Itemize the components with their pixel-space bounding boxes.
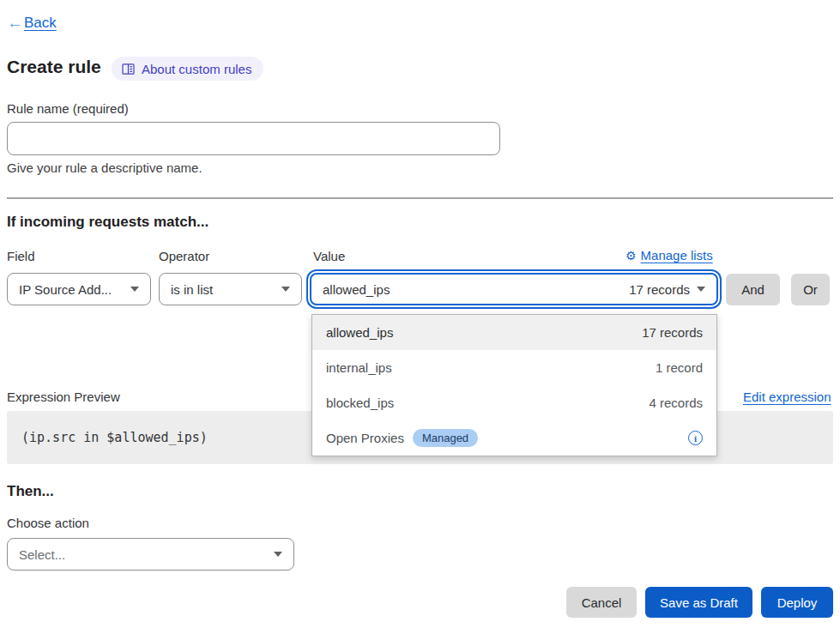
- list-item-name: blocked_ips: [326, 395, 394, 410]
- action-select-placeholder: Select...: [19, 547, 65, 562]
- action-select[interactable]: Select...: [7, 538, 294, 571]
- list-item-name: allowed_ips: [326, 325, 393, 340]
- manage-lists-link[interactable]: ⚙ Manage lists: [625, 248, 713, 263]
- create-rule-page: ←Back Create rule About custom rules Rul…: [0, 0, 840, 634]
- gear-icon: ⚙: [625, 249, 637, 263]
- match-heading: If incoming requests match...: [7, 214, 208, 231]
- then-heading: Then...: [7, 483, 54, 500]
- info-icon[interactable]: i: [688, 431, 703, 445]
- field-select-value: IP Source Add...: [19, 282, 112, 297]
- or-button[interactable]: Or: [791, 274, 830, 305]
- list-item-blocked-ips[interactable]: blocked_ips 4 records: [312, 385, 716, 420]
- footer-actions: Cancel Save as Draft Deploy: [566, 587, 833, 618]
- list-item-internal-ips[interactable]: internal_ips 1 record: [312, 350, 716, 385]
- list-item-open-proxies[interactable]: Open Proxies Managed i: [312, 420, 716, 456]
- list-item-count: 1 record: [656, 360, 703, 375]
- back-arrow-icon: ←: [7, 14, 23, 33]
- book-icon: [122, 63, 135, 75]
- field-select[interactable]: IP Source Add...: [7, 273, 151, 305]
- section-divider: [7, 197, 833, 199]
- value-select-count: 17 records: [629, 282, 690, 297]
- chevron-down-icon: [697, 287, 705, 292]
- list-item-count: 17 records: [642, 325, 703, 340]
- rule-name-label: Rule name (required): [7, 101, 129, 116]
- edit-expression-link[interactable]: Edit expression: [743, 389, 831, 404]
- value-select[interactable]: allowed_ips 17 records: [310, 273, 718, 305]
- operator-label: Operator: [159, 249, 209, 263]
- operator-select[interactable]: is in list: [159, 273, 302, 305]
- value-label: Value: [313, 249, 345, 263]
- back-label: Back: [24, 15, 57, 32]
- choose-action-label: Choose action: [7, 516, 89, 530]
- about-custom-rules-label: About custom rules: [142, 62, 251, 76]
- list-dropdown: allowed_ips 17 records internal_ips 1 re…: [311, 314, 717, 456]
- deploy-button[interactable]: Deploy: [761, 587, 833, 618]
- about-custom-rules-link[interactable]: About custom rules: [112, 57, 263, 81]
- cancel-button[interactable]: Cancel: [566, 587, 637, 618]
- chevron-down-icon: [274, 552, 282, 557]
- managed-badge: Managed: [413, 429, 478, 447]
- page-title: Create rule: [7, 57, 101, 77]
- field-label: Field: [7, 249, 35, 263]
- back-link[interactable]: ←Back: [7, 14, 57, 33]
- list-item-allowed-ips[interactable]: allowed_ips 17 records: [312, 315, 716, 350]
- rule-name-input[interactable]: [7, 122, 500, 155]
- manage-lists-label: Manage lists: [641, 248, 713, 263]
- save-as-draft-button[interactable]: Save as Draft: [645, 587, 752, 618]
- rule-name-helper: Give your rule a descriptive name.: [7, 160, 202, 175]
- value-select-value: allowed_ips: [323, 282, 390, 297]
- chevron-down-icon: [130, 287, 139, 292]
- chevron-down-icon: [281, 287, 290, 292]
- operator-select-value: is in list: [171, 282, 213, 297]
- and-button[interactable]: And: [726, 274, 780, 305]
- list-item-name: Open Proxies: [326, 431, 404, 445]
- list-item-count: 4 records: [649, 395, 703, 410]
- list-item-name: internal_ips: [326, 360, 392, 375]
- expression-code: (ip.src in $allowed_ips): [21, 430, 208, 445]
- expression-preview-label: Expression Preview: [7, 389, 120, 404]
